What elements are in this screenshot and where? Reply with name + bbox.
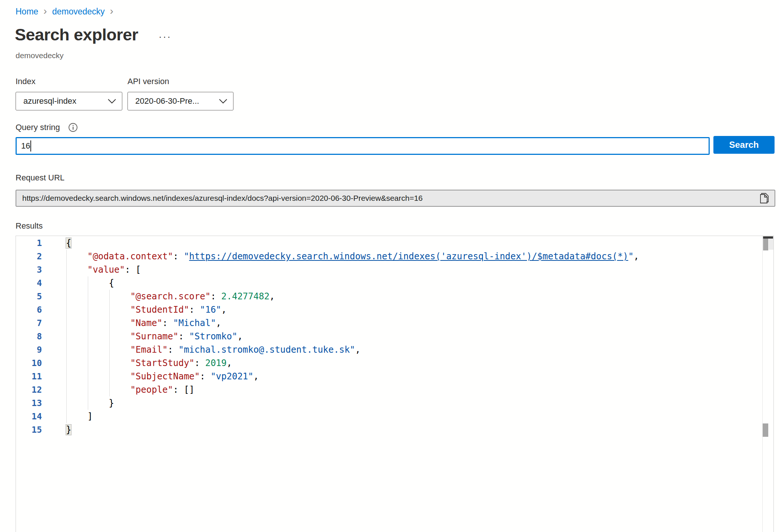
request-url-value: https://demovedecky.search.windows.net/i… (22, 194, 760, 203)
code-line: 2 "@odata.context": "https://demovedecky… (16, 250, 762, 263)
query-string-input[interactable]: 16 (16, 137, 710, 155)
search-explorer-page: Home › demovedecky › Search explorer ···… (0, 0, 779, 532)
code-line: 8 "Surname": "Stromko", (16, 330, 762, 343)
context-menu-ellipsis-icon[interactable]: ··· (159, 31, 172, 43)
search-button[interactable]: Search (713, 136, 775, 154)
line-number: 7 (16, 316, 42, 330)
code-line: 9 "Email": "michal.stromko@.student.tuke… (16, 343, 762, 356)
line-number: 13 (16, 396, 42, 410)
code-line: 11 "SubjectName": "vp2021", (16, 370, 762, 383)
line-number: 3 (16, 263, 42, 276)
query-string-value: 16 (21, 141, 30, 151)
editor-scrollbar-thumb[interactable] (763, 239, 768, 250)
chevron-down-icon (219, 99, 227, 104)
code-line: 4 { (16, 276, 762, 290)
breadcrumb-link-demovedecky[interactable]: demovedecky (52, 7, 105, 17)
copy-icon (760, 193, 769, 204)
api-version-select-value: 2020-06-30-Pre... (135, 96, 199, 106)
line-number: 12 (16, 383, 42, 396)
results-editor[interactable]: 1{2 "@odata.context": "https://demovedec… (16, 236, 774, 532)
query-string-label: Query string (16, 123, 60, 132)
scrollbar-track[interactable] (762, 236, 773, 532)
code-line: 12 "people": [] (16, 383, 762, 396)
line-number: 1 (16, 236, 42, 250)
line-number: 10 (16, 356, 42, 370)
api-version-select[interactable]: 2020-06-30-Pre... (127, 92, 233, 110)
chevron-right-icon: › (110, 7, 113, 15)
copy-button[interactable] (760, 193, 769, 204)
code-line: 7 "Name": "Michal", (16, 316, 762, 330)
text-cursor (30, 140, 31, 152)
api-version-label: API version (127, 77, 169, 86)
code-line: 5 "@search.score": 2.4277482, (16, 290, 762, 303)
code-lines: 1{2 "@odata.context": "https://demovedec… (16, 236, 762, 436)
chevron-down-icon (108, 99, 116, 104)
line-number: 8 (16, 330, 42, 343)
overview-ruler-mark (769, 239, 773, 250)
chevron-right-icon: › (43, 7, 47, 15)
results-label: Results (16, 221, 43, 231)
line-number: 14 (16, 410, 42, 423)
info-icon[interactable] (68, 123, 78, 132)
line-number: 4 (16, 276, 42, 290)
request-url-label: Request URL (16, 173, 64, 183)
code-line: 3 "value": [ (16, 263, 762, 276)
code-line: 14 ] (16, 410, 762, 423)
code-line: 10 "StartStudy": 2019, (16, 356, 762, 370)
code-line: 15} (16, 423, 762, 436)
breadcrumb: Home › demovedecky › (16, 7, 113, 17)
line-number: 9 (16, 343, 42, 356)
line-number: 6 (16, 303, 42, 316)
code-line: 1{ (16, 236, 762, 250)
line-number: 15 (16, 423, 42, 436)
line-number: 2 (16, 250, 42, 263)
index-select-value: azuresql-index (23, 96, 76, 106)
index-select[interactable]: azuresql-index (16, 92, 122, 110)
code-line: 13 } (16, 396, 762, 410)
page-title: Search explorer (15, 25, 138, 44)
line-number: 11 (16, 370, 42, 383)
request-url-field[interactable]: https://demovedecky.search.windows.net/i… (16, 190, 775, 207)
page-subtitle: demovedecky (16, 51, 64, 60)
index-label: Index (16, 77, 36, 86)
code-line: 6 "StudentId": "16", (16, 303, 762, 316)
line-number: 5 (16, 290, 42, 303)
breadcrumb-link-home[interactable]: Home (16, 7, 38, 17)
page-scrollbar-thumb[interactable] (763, 423, 768, 437)
